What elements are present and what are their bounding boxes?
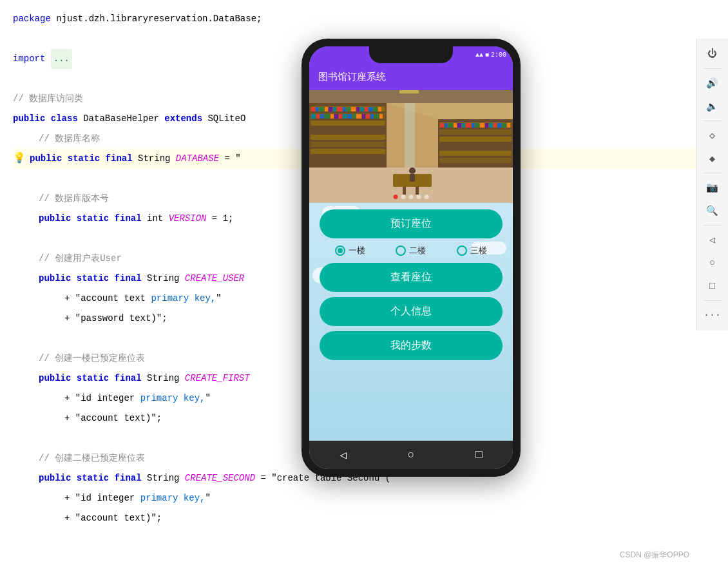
right-toolbar: ⏻ 🔊 🔈 ◇ ◆ 📷 🔍 ◁ ○ □ ··· xyxy=(696,39,728,331)
svg-rect-73 xyxy=(410,174,415,182)
svg-rect-6 xyxy=(311,120,385,126)
svg-rect-25 xyxy=(369,107,373,111)
svg-rect-64 xyxy=(493,123,497,128)
power-button[interactable]: ⏻ xyxy=(701,44,724,64)
svg-rect-19 xyxy=(343,107,346,111)
svg-rect-10 xyxy=(311,149,385,154)
diamond-button-1[interactable]: ◇ xyxy=(701,125,724,146)
svg-rect-13 xyxy=(316,107,319,111)
view-seat-button[interactable]: 查看座位 xyxy=(320,263,503,292)
svg-rect-23 xyxy=(360,107,364,111)
carousel-dot-3[interactable] xyxy=(409,195,414,199)
floor-1-radio-circle[interactable] xyxy=(335,245,345,256)
svg-rect-65 xyxy=(497,123,502,128)
floor-2-label: 二楼 xyxy=(409,245,426,256)
svg-rect-53 xyxy=(445,123,448,128)
phone-nav-bar: ◁ ○ □ xyxy=(309,441,513,469)
wifi-icon: ▲▲ xyxy=(475,52,483,59)
my-steps-button[interactable]: 我的步数 xyxy=(320,331,503,360)
app-title: 图书馆订座系统 xyxy=(318,71,386,83)
svg-rect-32 xyxy=(330,114,334,119)
carousel-dot-4[interactable] xyxy=(417,195,421,199)
svg-rect-54 xyxy=(448,123,453,128)
svg-rect-12 xyxy=(311,107,315,111)
svg-rect-62 xyxy=(485,123,488,128)
svg-rect-58 xyxy=(466,123,471,128)
svg-rect-9 xyxy=(311,142,385,147)
library-image xyxy=(309,90,513,203)
camera-button[interactable]: 📷 xyxy=(701,177,724,198)
zoom-button[interactable]: 🔍 xyxy=(701,200,724,221)
app-bar: 图书馆订座系统 xyxy=(309,63,513,90)
personal-info-button[interactable]: 个人信息 xyxy=(320,297,503,326)
toolbar-divider-1 xyxy=(703,68,722,69)
code-account-text2: + "account text)"; xyxy=(13,508,715,528)
svg-rect-35 xyxy=(343,114,347,119)
svg-rect-56 xyxy=(457,123,461,128)
recent-button[interactable]: □ xyxy=(701,276,724,296)
floor-1-radio[interactable]: 一楼 xyxy=(335,245,365,256)
svg-rect-33 xyxy=(334,114,338,119)
battery-icon: ■ xyxy=(485,52,489,59)
floor-1-label: 一楼 xyxy=(349,245,365,256)
svg-rect-21 xyxy=(351,107,356,111)
floor-3-radio[interactable]: 三楼 xyxy=(457,245,487,256)
svg-rect-43 xyxy=(379,114,383,119)
floor-2-radio[interactable]: 二楼 xyxy=(396,245,426,256)
svg-rect-8 xyxy=(311,135,385,140)
code-line-1: package njust.dzh.libraryreservation.Dat… xyxy=(13,9,715,29)
floor-3-label: 三楼 xyxy=(470,245,487,256)
phone-screen: ▲▲ ■ 2:00 图书馆订座系统 xyxy=(309,46,513,469)
svg-rect-39 xyxy=(362,114,365,119)
svg-rect-51 xyxy=(439,158,512,163)
more-button[interactable]: ··· xyxy=(701,305,724,325)
carousel-dot-2[interactable] xyxy=(401,195,406,199)
home-button[interactable]: ○ xyxy=(701,253,724,273)
svg-rect-29 xyxy=(316,114,320,119)
svg-rect-59 xyxy=(472,123,475,128)
diamond-button-2[interactable]: ◆ xyxy=(701,148,724,169)
svg-point-72 xyxy=(409,168,416,174)
floor-radio-group: 一楼 二楼 三楼 xyxy=(320,244,503,258)
svg-rect-14 xyxy=(320,107,324,111)
toolbar-divider-5 xyxy=(703,300,722,301)
svg-rect-30 xyxy=(320,114,324,119)
svg-rect-40 xyxy=(366,114,370,119)
svg-rect-41 xyxy=(370,114,374,119)
svg-rect-22 xyxy=(356,107,359,111)
volume-up-button[interactable]: 🔊 xyxy=(701,73,724,93)
nav-back-button[interactable]: ◁ xyxy=(340,448,347,462)
volume-down-button[interactable]: 🔈 xyxy=(701,96,724,117)
svg-rect-26 xyxy=(374,107,378,111)
svg-rect-61 xyxy=(480,123,484,128)
nav-home-button[interactable]: ○ xyxy=(408,448,415,461)
floor-2-radio-circle[interactable] xyxy=(396,245,406,256)
lightbulb-icon: 💡 xyxy=(13,149,26,169)
svg-rect-70 xyxy=(403,187,406,195)
svg-rect-28 xyxy=(311,114,316,119)
back-button[interactable]: ◁ xyxy=(701,229,724,250)
svg-rect-63 xyxy=(489,123,493,128)
svg-rect-75 xyxy=(405,103,415,168)
svg-rect-18 xyxy=(337,107,342,111)
svg-rect-24 xyxy=(365,107,368,111)
svg-rect-36 xyxy=(348,114,352,119)
svg-rect-15 xyxy=(325,107,328,111)
carousel-dot-5[interactable] xyxy=(425,195,429,199)
csdn-watermark: CSDN @振华OPPO xyxy=(620,550,689,561)
toolbar-divider-4 xyxy=(703,225,722,226)
svg-rect-38 xyxy=(356,114,361,119)
nav-recent-button[interactable]: □ xyxy=(475,448,483,461)
phone-content: 预订座位 一楼 二楼 三楼 xyxy=(309,203,513,441)
reserve-seat-button[interactable]: 预订座位 xyxy=(320,209,503,238)
phone-notch xyxy=(369,46,453,63)
status-icons: ▲▲ ■ 2:00 xyxy=(475,52,506,59)
carousel-dot-1[interactable] xyxy=(394,195,398,199)
code-id-pk2: + "id integer primary key," xyxy=(13,488,715,508)
floor-3-radio-circle[interactable] xyxy=(457,245,467,256)
svg-rect-49 xyxy=(439,144,512,149)
svg-rect-27 xyxy=(378,107,381,111)
svg-rect-11 xyxy=(311,156,385,161)
svg-rect-37 xyxy=(352,114,356,119)
svg-rect-66 xyxy=(503,123,506,128)
